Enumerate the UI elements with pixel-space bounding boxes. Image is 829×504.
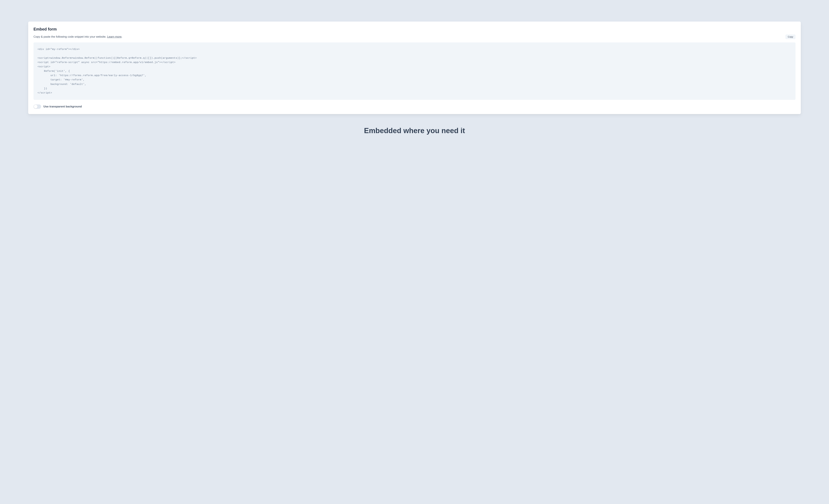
embed-form-card: Embed form Copy & paste the following co… bbox=[28, 22, 801, 114]
description-prefix: Copy & paste the following code snippet … bbox=[34, 35, 107, 38]
card-title: Embed form bbox=[34, 27, 795, 32]
description-suffix: . bbox=[121, 35, 122, 38]
description-row: Copy & paste the following code snippet … bbox=[34, 34, 795, 39]
toggle-knob bbox=[34, 105, 37, 108]
toggle-label: Use transparent background bbox=[43, 105, 82, 108]
copy-button[interactable]: Copy bbox=[785, 34, 795, 39]
description-text: Copy & paste the following code snippet … bbox=[34, 35, 122, 38]
code-snippet: <div id="my-reform"></div> <script>windo… bbox=[34, 42, 795, 100]
learn-more-link[interactable]: Learn more bbox=[107, 35, 121, 38]
toggle-row: Use transparent background bbox=[34, 104, 795, 109]
page-headline: Embedded where you need it bbox=[28, 127, 801, 135]
transparent-background-toggle[interactable] bbox=[34, 104, 41, 109]
